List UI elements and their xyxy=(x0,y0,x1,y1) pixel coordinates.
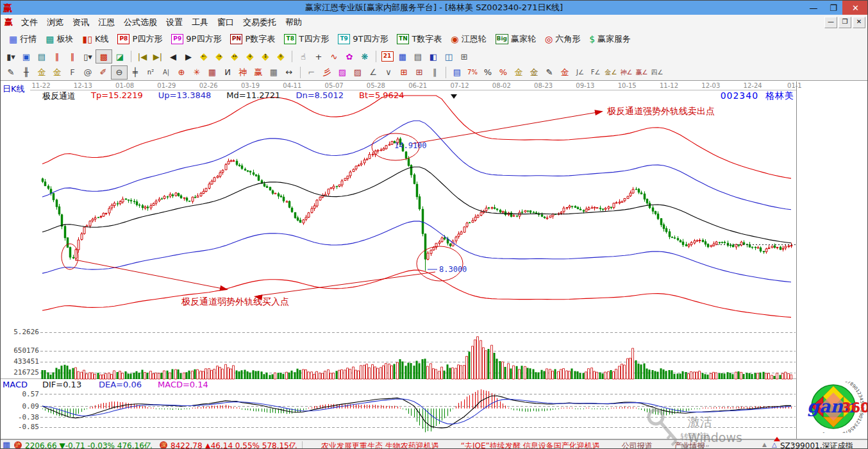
buy-point-annotation: 极反通道弱势外轨线买入点 xyxy=(181,296,289,308)
date-tick-12-24: 12-24 xyxy=(738,82,767,89)
date-marker-triangle xyxy=(451,94,457,99)
macd-value: MACD=0.14 xyxy=(158,380,208,389)
news-item[interactable]: 产业情报 xyxy=(674,441,705,449)
date-tick-03-19: 03-19 xyxy=(236,82,265,89)
date-tick-05-28: 05-28 xyxy=(361,82,390,89)
shenzhen-index-quote[interactable]: 8422.78 ▲46.14 0.55% 578.15亿 xyxy=(171,441,297,449)
date-tick-10-15: 10-15 xyxy=(612,82,642,89)
date-tick-11-12: 11-12 xyxy=(655,82,684,89)
status-separator xyxy=(302,441,303,449)
peak-price-label: 14.9100 xyxy=(394,141,427,150)
price-min-scale-label: 5.2626 xyxy=(3,328,39,336)
current-index-label[interactable]: SZ399001,深证成指 xyxy=(780,441,853,449)
indicator-value: Tp=15.2219 xyxy=(91,90,143,102)
macd-header: MACD DIF=0.13 DEA=0.06 MACD=0.14 xyxy=(3,380,208,389)
red-up-arrow-marker xyxy=(774,437,780,441)
date-tick-09-13: 09-13 xyxy=(571,82,600,89)
date-tick-08-02: 08-02 xyxy=(487,82,516,89)
date-tick-12-03: 12-03 xyxy=(696,82,726,89)
indicator-value: Bt=5.9624 xyxy=(359,90,404,102)
application-window: 赢 赢家江恩专业版[赢家内部服务平台] - [格林美 SZ002340-271日… xyxy=(0,0,868,449)
gann360-logo: 2345678901234567890123456789012345 gann … xyxy=(799,382,868,433)
symbol-name: 格林美 xyxy=(765,90,794,101)
channel-bottom-line xyxy=(42,270,791,318)
date-tick-01-29: 01-29 xyxy=(152,82,181,89)
symbol-code: 002340 xyxy=(721,90,758,101)
date-tick-08-23: 08-23 xyxy=(529,82,558,89)
date-tick-02-26: 02-26 xyxy=(194,82,223,89)
buy-annotation-arrow-1 xyxy=(219,285,228,291)
macd-histogram-negative xyxy=(43,409,700,432)
buy-annotation-line-2 xyxy=(258,272,435,296)
volume-scale-label: 216725 xyxy=(3,368,39,377)
panel-type-label[interactable]: 日K线 xyxy=(3,83,25,95)
volume-scale-label: 433451 xyxy=(3,357,39,366)
indicator-name[interactable]: 极反通道 xyxy=(42,90,76,102)
macd-dif-value: DIF=0.13 xyxy=(42,380,99,389)
date-tick-07-12: 07-12 xyxy=(445,82,474,89)
macd-scale-label: -0.38 xyxy=(3,413,39,421)
channel-dn-line xyxy=(42,221,791,282)
symbol-label: 002340 格林美 xyxy=(655,90,794,102)
date-tick-01-1: 01-1 xyxy=(780,82,809,89)
sell-annotation-line xyxy=(412,112,597,144)
sell-point-annotation: 极反通道强势外轨线卖出点 xyxy=(607,106,715,117)
shanghai-index-quote[interactable]: 2206.66 ▼-0.71 -0.03% 476.16亿 xyxy=(25,441,152,449)
news-item[interactable]: 农业发展更重生态 生物农药迎机遇 xyxy=(321,441,439,449)
candle-bodies-up xyxy=(75,139,792,259)
buy-annotation-line-1 xyxy=(75,260,222,289)
crash-circle-marker xyxy=(417,246,463,281)
macd-label[interactable]: MACD xyxy=(3,380,42,389)
news-item[interactable]: 公司报道 xyxy=(622,441,653,449)
shanghai-index-icon: 沪 xyxy=(14,441,22,449)
indicator-value: Dn=8.5012 xyxy=(296,90,344,102)
macd-scale-label: 0.09 xyxy=(3,402,39,411)
indicator-value: Md=11.2721 xyxy=(226,90,280,102)
sell-annotation-arrow xyxy=(594,110,603,115)
date-tick-11-22: 11-22 xyxy=(26,82,56,89)
indicator-value: Up=13.3848 xyxy=(158,90,211,102)
date-tick-04-11: 04-11 xyxy=(278,82,307,89)
macd-dea-value: DEA=0.06 xyxy=(99,380,158,389)
shenzhen-index-icon: 深 xyxy=(160,441,167,449)
date-tick-12-13: 12-13 xyxy=(68,82,97,89)
market-grid-icon[interactable]: ▦ xyxy=(3,440,10,449)
logo-360-text: 360 xyxy=(842,400,868,416)
status-bar: ▦ 沪 2206.66 ▼-0.71 -0.03% 476.16亿 深 8422… xyxy=(1,439,867,449)
macd-scale-label: -0.85 xyxy=(3,423,39,431)
index-flag-icon: △ xyxy=(772,441,777,448)
news-ticker: 农业发展更重生态 生物农药迎机遇“去IOE”持续发酵 信息设备国产化迎机遇公司报… xyxy=(321,441,705,449)
date-tick-01-08: 01-08 xyxy=(110,82,140,89)
date-tick-06-21: 06-21 xyxy=(403,82,433,89)
volume-scale-label: 650176 xyxy=(3,346,39,355)
channel-indicator-header: 极反通道 Tp=15.2219Up=13.3848Md=11.2721Dn=8.… xyxy=(42,90,404,102)
ticker-scroll-spinner[interactable]: ▲ xyxy=(762,441,767,448)
news-item[interactable]: “去IOE”持续发酵 信息设备国产化迎机遇 xyxy=(461,441,600,449)
macd-scale-label: 0.57 xyxy=(3,390,39,398)
trough-price-label: 8.3000 xyxy=(439,265,467,274)
date-tick-05-07: 05-07 xyxy=(319,82,349,89)
